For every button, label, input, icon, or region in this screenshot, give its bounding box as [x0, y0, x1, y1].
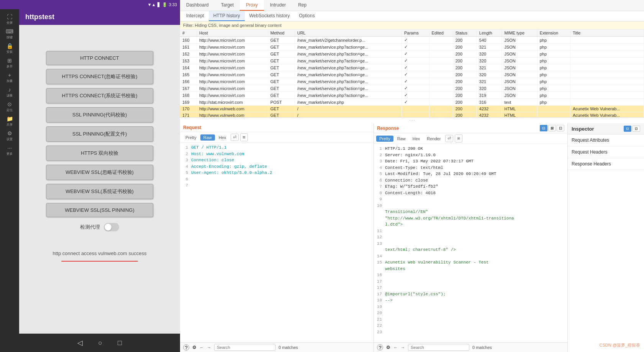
request-code-area[interactable]: 1GET / HTTP/1.12Host: www.vulnweb.com3Co… [180, 143, 374, 342]
subtab-http-history[interactable]: HTTP history [209, 11, 245, 21]
nav-back-button[interactable]: ◁ [77, 339, 83, 347]
inspector-request-headers[interactable]: Request Headers [568, 146, 644, 158]
subtab-intercept[interactable]: Intercept [182, 11, 209, 21]
request-next-icon[interactable]: → [207, 345, 211, 350]
code-line: "http://www.w3.org/TR/xhtml1/DTD/xhtml1-… [375, 215, 566, 222]
tab-dashboard[interactable]: Dashboard [180, 0, 215, 11]
code-line: 14 </span> [375, 253, 566, 260]
code-line: 20 [375, 310, 566, 316]
col-id[interactable]: # [180, 29, 197, 37]
table-row[interactable]: 171http://www.vulnweb.comGET/2004232HTML… [180, 112, 644, 118]
subtab-options[interactable]: Options [294, 11, 319, 21]
col-status[interactable]: Status [453, 29, 477, 37]
detect-proxy-toggle[interactable] [104, 223, 119, 231]
app-content: HTTP CONNECT HTTPS CONNECT(忽略证书校验) HTTPS… [19, 43, 180, 334]
app-title: httpstest [25, 13, 54, 21]
table-row[interactable]: 164http://www.microvirt.comGET/new_marke… [180, 64, 644, 71]
col-url[interactable]: URL [295, 29, 401, 37]
col-host[interactable]: Host [197, 29, 268, 37]
request-tab-wrap[interactable]: ⏎ [231, 134, 239, 141]
inspector-request-attributes[interactable]: Request Attributes [568, 134, 644, 146]
ssl-pinning-config-button[interactable]: SSL PINNING(配置文件) [46, 126, 153, 142]
code-line: 10 [375, 203, 566, 209]
code-line: 17 </span> [375, 278, 566, 285]
tab-repeater[interactable]: Rep [292, 0, 313, 11]
response-tab-pretty[interactable]: Pretty [376, 136, 393, 142]
table-row[interactable]: 168http://www.microvirt.comGET/new_marke… [180, 92, 644, 99]
col-length[interactable]: Length [477, 29, 502, 37]
code-line: 13 [375, 241, 566, 247]
inspector-view-btn2[interactable]: ⊡ [633, 126, 640, 132]
webview-ssl-pinning-button[interactable]: WEBVIEW SSL(SSL PINNING) [46, 203, 153, 217]
subtab-websockets[interactable]: WebSockets history [245, 11, 295, 21]
http-connect-button[interactable]: HTTP CONNECT [46, 51, 153, 65]
request-matches: 0 matches [279, 345, 298, 350]
response-tab-wrap[interactable]: ⏎ [445, 135, 453, 142]
nav-home-button[interactable]: ○ [98, 339, 102, 347]
table-row[interactable]: 170http://www.vulnweb.comGET/2004232HTML… [180, 106, 644, 112]
request-help-icon[interactable]: ? [183, 344, 189, 350]
nav-recents-button[interactable]: □ [118, 339, 122, 347]
request-tab-lines[interactable]: ≡ [240, 133, 248, 141]
view-single[interactable]: ⊡ [557, 125, 564, 131]
request-panel: Request Pretty Raw Hex ⏎ ≡ 1GET / HTTP/1… [180, 123, 374, 352]
table-row[interactable]: 163http://www.microvirt.comGET/new_marke… [180, 57, 644, 64]
https-mutual-button[interactable]: HTTPS 双向校验 [46, 146, 153, 161]
table-row[interactable]: 161http://www.microvirt.comGET/new_marke… [180, 44, 644, 51]
inspector-view-btn1[interactable]: ⊟ [624, 126, 631, 132]
sidebar-icon-add[interactable]: + 加量 [1, 70, 18, 84]
response-search-input[interactable] [408, 344, 469, 351]
sidebar-icon-folder[interactable]: 📁 共享 [1, 114, 18, 128]
filter-bar[interactable]: Filter: Hiding CSS, image and general bi… [180, 21, 644, 29]
webview-ssl-system-button[interactable]: WEBVIEW SSL(系统证书校验) [46, 184, 153, 199]
sidebar-icon-keyboard[interactable]: ⌨ 按键 [1, 27, 18, 41]
response-settings-icon[interactable]: ⚙ [386, 345, 390, 350]
response-tab-render[interactable]: Render [424, 136, 444, 142]
sidebar-icon-fullscreen[interactable]: ⛶ 全屏 [1, 12, 18, 26]
col-method[interactable]: Method [268, 29, 295, 37]
table-row[interactable]: 167http://www.microvirt.comGET/new_marke… [180, 85, 644, 92]
sidebar-icon-settings[interactable]: ⚙ 设置 [1, 129, 18, 142]
col-title[interactable]: Title [570, 29, 644, 37]
col-edited[interactable]: Edited [429, 29, 453, 37]
table-row[interactable]: 166http://www.microvirt.comGET/new_marke… [180, 78, 644, 85]
inspector-header: Inspector ⊟ ⊡ [568, 123, 644, 134]
request-tab-raw[interactable]: Raw [200, 134, 215, 141]
response-help-icon[interactable]: ? [377, 344, 383, 350]
request-settings-icon[interactable]: ⚙ [192, 345, 197, 350]
response-next-icon[interactable]: → [401, 345, 405, 350]
request-tab-hex[interactable]: Hex [216, 134, 229, 141]
webview-ssl-ignore-button[interactable]: WEBVIEW SSL(忽略证书校验) [46, 165, 153, 180]
table-row[interactable]: 162http://www.microvirt.comGET/new_marke… [180, 51, 644, 57]
tab-proxy[interactable]: Proxy [240, 0, 264, 11]
request-search-input[interactable] [214, 344, 275, 351]
col-mime[interactable]: MIME type [502, 29, 537, 37]
table-row[interactable]: 165http://www.microvirt.comGET/new_marke… [180, 71, 644, 78]
view-split-vertical[interactable]: ⊟ [540, 125, 547, 131]
request-tab-pretty[interactable]: Pretty [182, 134, 200, 141]
detect-proxy-label: 检测代理 [80, 224, 100, 231]
sidebar-icon-more[interactable]: ··· 更多 [1, 143, 18, 157]
col-params[interactable]: Params [401, 29, 429, 37]
response-tab-hex[interactable]: Hex [410, 136, 423, 142]
https-connect-system-button[interactable]: HTTPS CONNECT(系统证书校验) [46, 88, 153, 103]
sidebar-icon-location[interactable]: ⊙ 定位 [1, 100, 18, 113]
response-prev-icon[interactable]: ← [393, 345, 398, 350]
inspector-response-headers[interactable]: Response Headers [568, 158, 644, 170]
left-panel: ⛶ 全屏 ⌨ 按键 🔒 安装 ⊞ 多开 + 加量 ♪ 滤量 ⊙ 定位 📁 共 [0, 0, 180, 352]
response-code-area[interactable]: 1HTTP/1.1 200 OK2Server: nginx/1.19.03Da… [374, 144, 567, 342]
table-row[interactable]: 169http://stat.microvirt.comPOST/new_mar… [180, 99, 644, 106]
ssl-pinning-code-button[interactable]: SSL PINNING(代码校验) [46, 107, 153, 123]
tab-intruder[interactable]: Intruder [264, 0, 292, 11]
col-ext[interactable]: Extension [537, 29, 570, 37]
response-tab-lines[interactable]: ≡ [455, 134, 462, 142]
response-tab-raw[interactable]: Raw [394, 136, 409, 142]
sidebar-icon-volume[interactable]: ♪ 滤量 [1, 85, 18, 99]
view-split-horizontal[interactable]: ⊠ [548, 125, 556, 131]
tab-target[interactable]: Target [215, 0, 240, 11]
sidebar-icon-multi[interactable]: ⊞ 多开 [1, 56, 18, 70]
table-row[interactable]: 160http://www.microvirt.comGET/new_marke… [180, 37, 644, 44]
request-prev-icon[interactable]: ← [200, 345, 204, 350]
sidebar-icon-install[interactable]: 🔒 安装 [1, 41, 18, 55]
https-connect-ignore-button[interactable]: HTTPS CONNECT(忽略证书校验) [46, 69, 153, 84]
